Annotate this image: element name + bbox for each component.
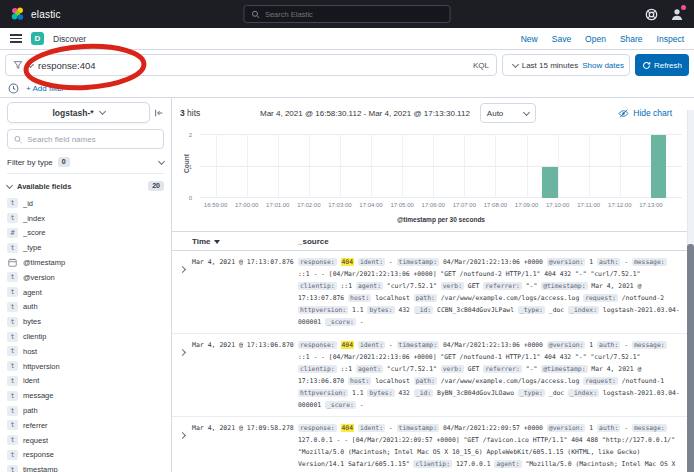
doc-table-header: Time _source: [172, 232, 694, 251]
share-button[interactable]: Share: [620, 34, 643, 44]
field-item[interactable]: tauth: [7, 300, 164, 315]
source-field-name: clientip:: [298, 282, 337, 290]
chevron-down-icon[interactable]: [27, 60, 34, 67]
hide-chart-label: Hide chart: [633, 108, 672, 118]
calendar-icon[interactable]: [508, 60, 509, 70]
elastic-brand[interactable]: elastic: [10, 7, 61, 21]
x-gridline: [433, 135, 434, 198]
header-actions: [645, 7, 684, 21]
source-field-name: auth:: [597, 424, 620, 432]
global-search[interactable]: [244, 5, 451, 23]
doc-source: response: 404 ident: - timestamp: 04/Mar…: [298, 339, 680, 411]
field-item[interactable]: @timestamp: [7, 255, 164, 270]
source-field-name: _score:: [325, 401, 356, 409]
collapse-sidebar-icon[interactable]: [154, 108, 164, 118]
source-field-name: bytes:: [367, 306, 394, 314]
x-gridline: [589, 135, 590, 198]
field-item[interactable]: tpath: [7, 403, 164, 418]
histogram-bar[interactable]: [651, 135, 667, 198]
source-field-name: @timestamp:: [541, 365, 587, 373]
x-gridline: [247, 135, 248, 198]
x-gridline: [340, 135, 341, 198]
field-item[interactable]: t@version: [7, 270, 164, 285]
expand-row-button[interactable]: [180, 339, 192, 411]
global-search-input[interactable]: [265, 10, 443, 19]
query-input[interactable]: response:404 KQL: [5, 54, 497, 76]
filter-funnel-icon[interactable]: [13, 60, 23, 70]
chevron-right-icon: [179, 349, 186, 356]
source-field-name: @version:: [547, 258, 586, 266]
menu-icon[interactable]: [10, 34, 22, 43]
inspect-button[interactable]: Inspect: [657, 34, 684, 44]
source-field-name: verb:: [441, 282, 464, 290]
histogram-plot[interactable]: [200, 135, 682, 198]
x-axis-ticks: 16:59:0017:00:0017:01:0017:02:0017:03:00…: [200, 202, 682, 211]
field-item[interactable]: thttpversion: [7, 359, 164, 374]
field-item[interactable]: tbytes: [7, 314, 164, 329]
open-button[interactable]: Open: [585, 34, 606, 44]
time-column-header[interactable]: Time: [192, 237, 298, 246]
sort-desc-icon[interactable]: [214, 240, 220, 244]
source-field-name: _index:: [568, 306, 599, 314]
help-icon[interactable]: [645, 8, 658, 21]
refresh-label: Refresh: [654, 61, 682, 70]
field-item[interactable]: #_score: [7, 226, 164, 241]
interval-select[interactable]: Auto: [480, 103, 536, 123]
field-item[interactable]: tmessage: [7, 388, 164, 403]
text-field-icon: t: [7, 213, 18, 223]
field-item[interactable]: ttimestamp: [7, 462, 164, 472]
source-field-name: agent:: [494, 460, 521, 468]
text-field-icon: t: [7, 332, 18, 342]
expand-row-button[interactable]: [180, 422, 192, 472]
save-button[interactable]: Save: [552, 34, 571, 44]
filter-options-icon[interactable]: [8, 83, 19, 94]
field-item[interactable]: tident: [7, 374, 164, 389]
query-language-button[interactable]: KQL: [469, 61, 489, 70]
source-field-name: _score:: [325, 318, 356, 326]
field-search-input[interactable]: [27, 135, 157, 144]
field-item[interactable]: tclientip: [7, 329, 164, 344]
expand-row-button[interactable]: [180, 256, 192, 328]
query-text[interactable]: response:404: [38, 60, 464, 71]
text-field-icon: t: [7, 272, 18, 282]
text-field-icon: t: [7, 198, 18, 208]
text-field-icon: t: [7, 302, 18, 312]
source-field-name: referrer:: [483, 365, 522, 373]
field-item[interactable]: tresponse: [7, 448, 164, 463]
doc-source: response: 404 ident: - timestamp: 04/Mar…: [298, 422, 680, 472]
field-item[interactable]: tagent: [7, 285, 164, 300]
index-pattern-select[interactable]: logstash-*: [7, 102, 150, 123]
field-list: t_idt_index#_scoret_type@timestampt@vers…: [7, 196, 164, 472]
field-item[interactable]: treferrer: [7, 418, 164, 433]
histogram-bar[interactable]: [542, 167, 558, 199]
text-field-icon: t: [7, 287, 18, 297]
time-range-label[interactable]: Last 15 minutes: [522, 61, 578, 70]
refresh-button[interactable]: Refresh: [635, 54, 689, 76]
available-fields-count: 20: [148, 181, 164, 191]
chevron-down-icon[interactable]: [512, 60, 519, 67]
scrollbar-track[interactable]: [687, 110, 694, 472]
time-column-label: Time: [192, 237, 211, 246]
field-item[interactable]: thost: [7, 344, 164, 359]
add-filter-button[interactable]: + Add filter: [26, 84, 64, 93]
filter-by-type[interactable]: Filter by type 0: [7, 155, 164, 174]
field-item[interactable]: t_type: [7, 240, 164, 255]
filter-bar: + Add filter: [0, 80, 694, 98]
field-search[interactable]: [7, 129, 164, 149]
search-icon: [252, 10, 260, 19]
user-avatar[interactable]: [670, 7, 684, 21]
new-button[interactable]: New: [521, 34, 538, 44]
hide-chart-button[interactable]: Hide chart: [618, 108, 672, 119]
index-pattern-label: logstash-*: [52, 108, 93, 118]
available-fields-label: Available fields: [17, 182, 71, 191]
scrollbar-thumb[interactable]: [687, 244, 694, 472]
field-item[interactable]: trequest: [7, 433, 164, 448]
text-field-icon: t: [7, 317, 18, 327]
field-item[interactable]: t_id: [7, 196, 164, 211]
source-field-name: message:: [632, 341, 667, 349]
show-dates-button[interactable]: Show dates: [582, 61, 624, 70]
source-field-name: referrer:: [483, 282, 522, 290]
field-item[interactable]: t_index: [7, 211, 164, 226]
available-fields-header[interactable]: Available fields 20: [7, 181, 164, 191]
date-picker[interactable]: Last 15 minutes Show dates: [502, 54, 630, 76]
